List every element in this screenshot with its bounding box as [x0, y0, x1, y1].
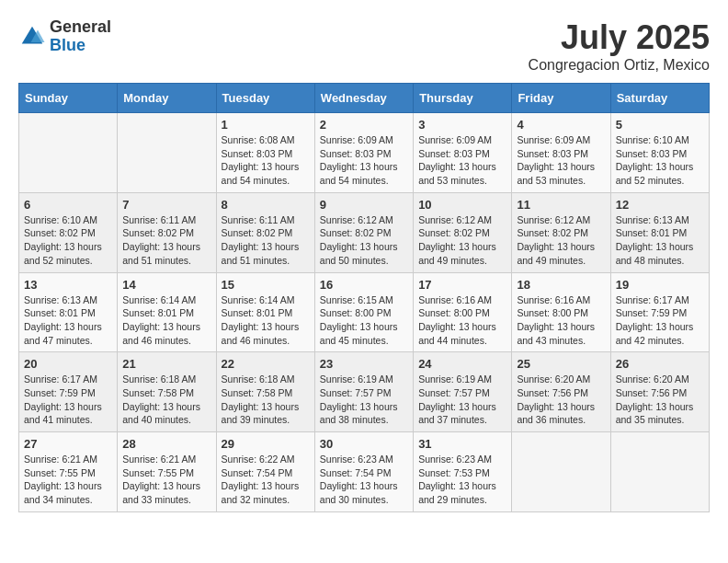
- day-info: Sunrise: 6:16 AMSunset: 8:00 PMDaylight:…: [517, 293, 605, 348]
- table-row: 21Sunrise: 6:18 AMSunset: 7:58 PMDayligh…: [118, 352, 216, 432]
- calendar-week-row: 13Sunrise: 6:13 AMSunset: 8:01 PMDayligh…: [19, 272, 710, 352]
- day-info: Sunrise: 6:12 AMSunset: 8:02 PMDaylight:…: [320, 213, 408, 268]
- table-row: 11Sunrise: 6:12 AMSunset: 8:02 PMDayligh…: [512, 192, 610, 272]
- table-row: 23Sunrise: 6:19 AMSunset: 7:57 PMDayligh…: [314, 352, 413, 432]
- day-number: 23: [320, 357, 408, 371]
- table-row: 18Sunrise: 6:16 AMSunset: 8:00 PMDayligh…: [512, 272, 610, 352]
- table-row: 27Sunrise: 6:21 AMSunset: 7:55 PMDayligh…: [19, 432, 118, 512]
- day-info: Sunrise: 6:23 AMSunset: 7:53 PMDaylight:…: [418, 453, 506, 507]
- day-number: 15: [222, 278, 310, 292]
- day-number: 6: [24, 198, 112, 212]
- day-info: Sunrise: 6:11 AMSunset: 8:02 PMDaylight:…: [122, 213, 210, 268]
- day-number: 10: [418, 198, 506, 212]
- day-info: Sunrise: 6:09 AMSunset: 8:03 PMDaylight:…: [517, 133, 605, 188]
- day-info: Sunrise: 6:15 AMSunset: 8:00 PMDaylight:…: [320, 293, 408, 348]
- day-info: Sunrise: 6:18 AMSunset: 7:58 PMDaylight:…: [122, 373, 210, 427]
- col-sunday: Sunday: [19, 84, 118, 113]
- day-number: 9: [320, 198, 408, 212]
- day-number: 25: [517, 357, 605, 371]
- table-row: 2Sunrise: 6:09 AMSunset: 8:03 PMDaylight…: [314, 113, 413, 193]
- col-thursday: Thursday: [414, 84, 512, 113]
- table-row: 22Sunrise: 6:18 AMSunset: 7:58 PMDayligh…: [216, 352, 314, 432]
- table-row: 17Sunrise: 6:16 AMSunset: 8:00 PMDayligh…: [414, 272, 512, 352]
- table-row: 24Sunrise: 6:19 AMSunset: 7:57 PMDayligh…: [414, 352, 512, 432]
- col-saturday: Saturday: [610, 84, 709, 113]
- table-row: 5Sunrise: 6:10 AMSunset: 8:03 PMDaylight…: [610, 113, 709, 193]
- day-info: Sunrise: 6:11 AMSunset: 8:02 PMDaylight:…: [222, 213, 310, 268]
- location-title: Congregacion Ortiz, Mexico: [529, 57, 710, 74]
- day-info: Sunrise: 6:09 AMSunset: 8:03 PMDaylight:…: [418, 133, 506, 188]
- month-title: July 2025: [529, 18, 710, 57]
- table-row: 14Sunrise: 6:14 AMSunset: 8:01 PMDayligh…: [118, 272, 216, 352]
- table-row: [610, 432, 709, 512]
- day-number: 16: [320, 278, 408, 292]
- day-number: 28: [122, 437, 210, 451]
- table-row: 19Sunrise: 6:17 AMSunset: 7:59 PMDayligh…: [610, 272, 709, 352]
- day-info: Sunrise: 6:21 AMSunset: 7:55 PMDaylight:…: [24, 453, 112, 507]
- logo: General Blue: [18, 18, 111, 55]
- day-number: 8: [222, 198, 310, 212]
- calendar-week-row: 6Sunrise: 6:10 AMSunset: 8:02 PMDaylight…: [19, 192, 710, 272]
- table-row: [19, 113, 118, 193]
- table-row: 16Sunrise: 6:15 AMSunset: 8:00 PMDayligh…: [314, 272, 413, 352]
- day-info: Sunrise: 6:18 AMSunset: 7:58 PMDaylight:…: [222, 373, 310, 427]
- day-info: Sunrise: 6:12 AMSunset: 8:02 PMDaylight:…: [418, 213, 506, 268]
- table-row: 6Sunrise: 6:10 AMSunset: 8:02 PMDaylight…: [19, 192, 118, 272]
- day-info: Sunrise: 6:17 AMSunset: 7:59 PMDaylight:…: [24, 373, 112, 427]
- day-number: 22: [222, 357, 310, 371]
- day-number: 14: [122, 278, 210, 292]
- table-row: 12Sunrise: 6:13 AMSunset: 8:01 PMDayligh…: [610, 192, 709, 272]
- day-number: 29: [222, 437, 310, 451]
- day-info: Sunrise: 6:10 AMSunset: 8:02 PMDaylight:…: [24, 213, 112, 268]
- table-row: 26Sunrise: 6:20 AMSunset: 7:56 PMDayligh…: [610, 352, 709, 432]
- day-info: Sunrise: 6:20 AMSunset: 7:56 PMDaylight:…: [517, 373, 605, 427]
- table-row: 7Sunrise: 6:11 AMSunset: 8:02 PMDaylight…: [118, 192, 216, 272]
- table-row: 13Sunrise: 6:13 AMSunset: 8:01 PMDayligh…: [19, 272, 118, 352]
- logo-text: General Blue: [50, 18, 111, 55]
- table-row: [118, 113, 216, 193]
- day-info: Sunrise: 6:16 AMSunset: 8:00 PMDaylight:…: [418, 293, 506, 348]
- table-row: 29Sunrise: 6:22 AMSunset: 7:54 PMDayligh…: [216, 432, 314, 512]
- calendar-week-row: 20Sunrise: 6:17 AMSunset: 7:59 PMDayligh…: [19, 352, 710, 432]
- day-number: 17: [418, 278, 506, 292]
- table-row: 31Sunrise: 6:23 AMSunset: 7:53 PMDayligh…: [414, 432, 512, 512]
- table-row: 9Sunrise: 6:12 AMSunset: 8:02 PMDaylight…: [314, 192, 413, 272]
- table-row: 8Sunrise: 6:11 AMSunset: 8:02 PMDaylight…: [216, 192, 314, 272]
- table-row: 30Sunrise: 6:23 AMSunset: 7:54 PMDayligh…: [314, 432, 413, 512]
- day-number: 7: [122, 198, 210, 212]
- col-friday: Friday: [512, 84, 610, 113]
- day-number: 26: [616, 357, 704, 371]
- day-info: Sunrise: 6:13 AMSunset: 8:01 PMDaylight:…: [24, 293, 112, 348]
- day-number: 19: [616, 278, 704, 292]
- day-number: 20: [24, 357, 112, 371]
- day-number: 18: [517, 278, 605, 292]
- title-block: July 2025 Congregacion Ortiz, Mexico: [529, 18, 710, 74]
- day-number: 24: [418, 357, 506, 371]
- day-info: Sunrise: 6:17 AMSunset: 7:59 PMDaylight:…: [616, 293, 704, 348]
- day-number: 4: [517, 118, 605, 132]
- day-number: 5: [616, 118, 704, 132]
- table-row: 25Sunrise: 6:20 AMSunset: 7:56 PMDayligh…: [512, 352, 610, 432]
- day-number: 11: [517, 198, 605, 212]
- day-info: Sunrise: 6:20 AMSunset: 7:56 PMDaylight:…: [616, 373, 704, 427]
- table-row: 28Sunrise: 6:21 AMSunset: 7:55 PMDayligh…: [118, 432, 216, 512]
- col-monday: Monday: [118, 84, 216, 113]
- day-info: Sunrise: 6:14 AMSunset: 8:01 PMDaylight:…: [222, 293, 310, 348]
- table-row: 3Sunrise: 6:09 AMSunset: 8:03 PMDaylight…: [414, 113, 512, 193]
- day-number: 21: [122, 357, 210, 371]
- table-row: 15Sunrise: 6:14 AMSunset: 8:01 PMDayligh…: [216, 272, 314, 352]
- calendar-week-row: 1Sunrise: 6:08 AMSunset: 8:03 PMDaylight…: [19, 113, 710, 193]
- day-info: Sunrise: 6:10 AMSunset: 8:03 PMDaylight:…: [616, 133, 704, 188]
- col-tuesday: Tuesday: [216, 84, 314, 113]
- table-row: 20Sunrise: 6:17 AMSunset: 7:59 PMDayligh…: [19, 352, 118, 432]
- page-header: General Blue July 2025 Congregacion Orti…: [18, 18, 710, 74]
- day-info: Sunrise: 6:19 AMSunset: 7:57 PMDaylight:…: [320, 373, 408, 427]
- logo-blue: Blue: [50, 37, 111, 55]
- table-row: 10Sunrise: 6:12 AMSunset: 8:02 PMDayligh…: [414, 192, 512, 272]
- day-info: Sunrise: 6:22 AMSunset: 7:54 PMDaylight:…: [222, 453, 310, 507]
- calendar-table: Sunday Monday Tuesday Wednesday Thursday…: [18, 83, 710, 512]
- day-number: 12: [616, 198, 704, 212]
- calendar-header-row: Sunday Monday Tuesday Wednesday Thursday…: [19, 84, 710, 113]
- day-number: 30: [320, 437, 408, 451]
- day-number: 13: [24, 278, 112, 292]
